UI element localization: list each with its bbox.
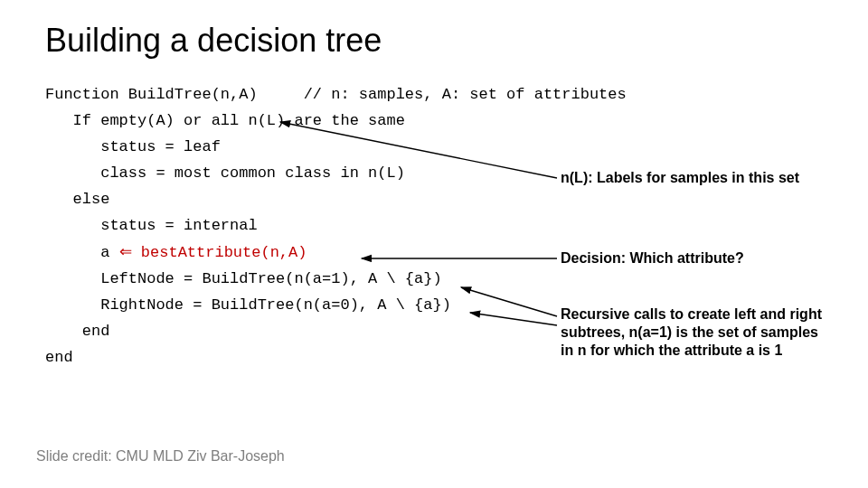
- code-line-7a: a: [45, 244, 119, 261]
- code-line-9: RightNode = BuildTree(n(a=0), A \ {a}): [45, 296, 451, 314]
- code-line-4: class = most common class in n(L): [45, 164, 405, 182]
- annotation-labels: n(L): Labels for samples in this set: [561, 169, 799, 187]
- code-line-6: status = internal: [45, 217, 258, 234]
- code-line-8: LeftNode = BuildTree(n(a=1), A \ {a}): [45, 270, 442, 287]
- slide-credit: Slide credit: CMU MLD Ziv Bar-Joseph: [36, 448, 285, 465]
- annotation-recursive: Recursive calls to create left and right…: [561, 305, 832, 360]
- code-line-10: end: [45, 323, 109, 340]
- code-line-1a: Function BuildTree(n,A): [45, 86, 258, 103]
- annotation-decision: Decision: Which attribute?: [561, 249, 744, 267]
- left-double-arrow-icon: ⇐: [119, 243, 132, 260]
- slide: Building a decision tree Function BuildT…: [0, 0, 868, 488]
- code-line-7b: bestAttribute(n,A): [132, 244, 307, 261]
- code-line-5: else: [45, 191, 109, 208]
- code-line-11: end: [45, 349, 73, 366]
- code-line-2: If empty(A) or all n(L) are the same: [45, 112, 405, 129]
- code-line-3: status = leaf: [45, 138, 221, 155]
- pseudocode-block: Function BuildTree(n,A) // n: samples, A…: [45, 81, 627, 371]
- code-line-1-comment: // n: samples, A: set of attributes: [258, 86, 627, 103]
- slide-title: Building a decision tree: [45, 22, 382, 60]
